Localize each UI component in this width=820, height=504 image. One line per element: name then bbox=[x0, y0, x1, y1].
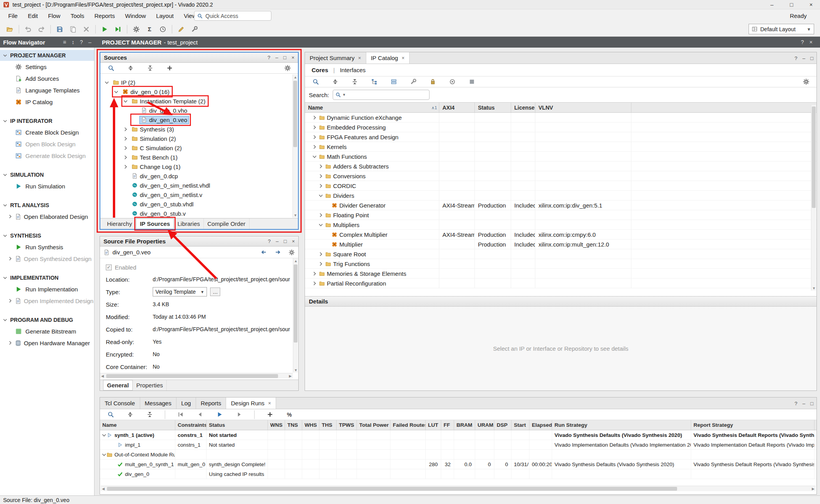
scrollbar-thumb[interactable] bbox=[812, 106, 816, 208]
close-tab-icon[interactable]: × bbox=[268, 400, 271, 406]
catalog-row-divider-generator[interactable]: Divider GeneratorAXI4-StreamProductionIn… bbox=[305, 201, 816, 210]
catalog-row-multipliers[interactable]: Multipliers bbox=[305, 220, 816, 230]
search-button[interactable] bbox=[310, 76, 321, 88]
debug-button[interactable] bbox=[189, 23, 200, 35]
chevron-right-icon[interactable] bbox=[312, 271, 317, 276]
sources-tab-hierarchy[interactable]: Hierarchy bbox=[103, 218, 136, 229]
source-tree-item[interactable]: div_gen_0_sim_netlist.vhdl bbox=[100, 181, 292, 190]
flow-section-implementation[interactable]: IMPLEMENTATION bbox=[0, 272, 94, 283]
column-header-status[interactable]: Status bbox=[207, 420, 268, 430]
minimize-panel-icon[interactable]: ‒ bbox=[276, 239, 278, 244]
catalog-row-dynamic-function-exchange[interactable]: Dynamic Function eXchange bbox=[305, 113, 816, 122]
help-icon[interactable]: ? bbox=[795, 401, 797, 406]
tab-tcl-console[interactable]: Tcl Console bbox=[100, 398, 140, 409]
float-panel-icon[interactable]: □ bbox=[283, 55, 287, 60]
enabled-checkbox[interactable]: ✓ bbox=[106, 264, 112, 270]
column-header-whs[interactable]: WHS bbox=[302, 420, 319, 430]
column-header-failed-routes[interactable]: Failed Routes bbox=[390, 420, 426, 430]
more-options-button[interactable]: … bbox=[210, 287, 220, 296]
lock-button[interactable] bbox=[427, 76, 439, 88]
source-tree-item[interactable]: Simulation (2) bbox=[100, 134, 292, 143]
flow-section-project-manager[interactable]: PROJECT MANAGER bbox=[0, 50, 94, 61]
column-header-tpws[interactable]: TPWS bbox=[337, 420, 357, 430]
column-header-start[interactable]: Start bbox=[512, 420, 529, 430]
properties-tab-general[interactable]: General bbox=[103, 380, 133, 390]
launch-runs-button[interactable] bbox=[214, 409, 225, 421]
source-tree-item[interactable]: div_gen_0.veo bbox=[100, 115, 292, 124]
catalog-row-complex-multiplier[interactable]: Complex MultiplierAXI4-StreamProductionI… bbox=[305, 230, 816, 240]
minimize-panel-icon[interactable]: ‒ bbox=[88, 39, 91, 45]
chevron-down-icon[interactable] bbox=[104, 80, 109, 85]
settings-button[interactable] bbox=[130, 23, 142, 35]
help-icon[interactable]: ? bbox=[267, 55, 270, 60]
chevron-right-icon[interactable] bbox=[123, 155, 128, 160]
sidebar-item-ip-catalog[interactable]: IP Catalog bbox=[0, 96, 94, 108]
catalog-row-embedded-processing[interactable]: Embedded Processing bbox=[305, 122, 816, 132]
sidebar-item-open-hardware-manager[interactable]: Open Hardware Manager bbox=[0, 337, 94, 349]
run-row-out-of-context-module-runs[interactable]: Out-of-Context Module Runs bbox=[100, 450, 816, 460]
sidebar-item-generate-block-design[interactable]: Generate Block Design bbox=[0, 150, 94, 161]
column-header-axi4[interactable]: AXI4 bbox=[439, 103, 475, 112]
close-icon[interactable]: × bbox=[806, 2, 816, 8]
scrollbar-thumb[interactable] bbox=[293, 81, 297, 147]
catalog-row-dividers[interactable]: Dividers bbox=[305, 191, 816, 201]
maximize-panel-icon[interactable]: □ bbox=[810, 56, 813, 61]
close-tab-icon[interactable]: × bbox=[358, 55, 361, 61]
source-tree-item[interactable]: IP (2) bbox=[100, 78, 292, 87]
column-header-bram[interactable]: BRAM bbox=[454, 420, 475, 430]
timing-button[interactable] bbox=[157, 23, 169, 35]
chevron-down-icon[interactable] bbox=[114, 89, 119, 94]
tab-project-summary[interactable]: Project Summary× bbox=[305, 52, 366, 64]
scroll-left-icon[interactable]: ◀ bbox=[100, 373, 105, 378]
copy-button[interactable] bbox=[67, 23, 79, 35]
expand-all-button[interactable] bbox=[144, 62, 156, 74]
chevron-down-icon[interactable] bbox=[123, 99, 128, 104]
column-header-status[interactable]: Status bbox=[475, 103, 511, 112]
tab-log[interactable]: Log bbox=[176, 398, 196, 409]
flow-section-program-and-debug[interactable]: PROGRAM AND DEBUG bbox=[0, 314, 94, 325]
layout-select[interactable]: Default Layout ▼ bbox=[749, 24, 814, 34]
source-tree-item[interactable]: div_gen_0_sim_netlist.v bbox=[100, 190, 292, 199]
step-button[interactable] bbox=[112, 23, 124, 35]
collapse-all-button[interactable] bbox=[329, 76, 341, 88]
column-header-total-power[interactable]: Total Power bbox=[357, 420, 390, 430]
minimize-icon[interactable]: – bbox=[767, 2, 777, 8]
chevron-right-icon[interactable] bbox=[318, 252, 323, 257]
quick-access-search[interactable]: Quick Access bbox=[194, 11, 271, 21]
search-button[interactable] bbox=[105, 409, 116, 421]
catalog-row-partial-reconfiguration[interactable]: Partial Reconfiguration bbox=[305, 279, 816, 288]
run-row-mult-gen-0-synth-1[interactable]: mult_gen_0_synth_1mult_gen_0synth_design… bbox=[100, 460, 816, 469]
properties-tab-properties[interactable]: Properties bbox=[133, 380, 167, 390]
catalog-row-trig-functions[interactable]: Trig Functions bbox=[305, 259, 816, 269]
scrollbar-thumb[interactable] bbox=[294, 264, 298, 343]
minimize-panel-icon[interactable]: ‒ bbox=[802, 56, 805, 61]
search-button[interactable] bbox=[105, 62, 117, 74]
column-header-dsp[interactable]: DSP bbox=[494, 420, 512, 430]
catalog-row-kernels[interactable]: Kernels bbox=[305, 142, 816, 152]
vertical-scrollbar[interactable]: ▼ bbox=[811, 105, 816, 291]
subtab-cores[interactable]: Cores bbox=[312, 67, 328, 73]
chevron-down-icon[interactable] bbox=[102, 433, 107, 438]
scroll-down-icon[interactable]: ▼ bbox=[293, 367, 298, 373]
close-tab-icon[interactable]: × bbox=[401, 55, 405, 61]
compact-button[interactable] bbox=[388, 76, 399, 88]
column-header-elapsed[interactable]: Elapsed bbox=[529, 420, 552, 430]
run-button[interactable] bbox=[99, 23, 111, 35]
help-icon[interactable]: ? bbox=[801, 39, 804, 45]
source-tree-item[interactable]: div_gen_0.dcp bbox=[100, 171, 292, 181]
forward-arrow-icon[interactable] bbox=[275, 249, 281, 256]
source-tree-item[interactable]: Change Log (1) bbox=[100, 162, 292, 171]
catalog-row-cordic[interactable]: CORDIC bbox=[305, 181, 816, 191]
edit-button[interactable] bbox=[175, 23, 187, 35]
run-row-synth-1-active[interactable]: synth_1 (active)constrs_1Not startedViva… bbox=[100, 430, 816, 440]
horizontal-scrollbar[interactable]: ◀ ▶ bbox=[101, 486, 816, 491]
column-header-ff[interactable]: FF bbox=[441, 420, 454, 430]
chevron-right-icon[interactable] bbox=[123, 136, 128, 141]
scroll-right-icon[interactable]: ▶ bbox=[288, 373, 293, 378]
sidebar-item-settings[interactable]: Settings bbox=[0, 61, 94, 73]
chevron-right-icon[interactable] bbox=[318, 213, 323, 218]
collapse-all-button[interactable] bbox=[124, 409, 136, 421]
chevron-right-icon[interactable] bbox=[123, 127, 128, 132]
redo-button[interactable] bbox=[36, 23, 47, 35]
column-header-tns[interactable]: TNS bbox=[285, 420, 302, 430]
